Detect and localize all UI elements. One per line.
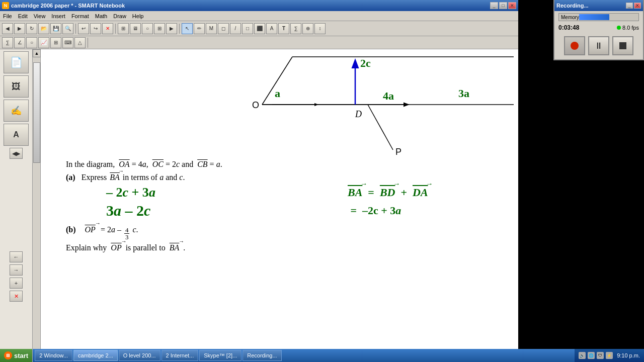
tray-icon-4[interactable]: ⚡: [606, 352, 613, 359]
graph-button[interactable]: 📈: [38, 37, 49, 48]
menu-file[interactable]: File: [0, 13, 15, 20]
recording-minimize[interactable]: _: [626, 3, 633, 9]
prev-page-btn[interactable]: ◀▶: [10, 148, 23, 159]
main-content: O A D P 2c a 4a 3a In the diagram, OA = …: [41, 49, 518, 361]
insert-table-button[interactable]: ⊞: [154, 23, 165, 34]
spotlight-button[interactable]: ○: [142, 23, 153, 34]
menu-insert[interactable]: Insert: [48, 13, 68, 20]
taskbar-item-3[interactable]: 2 Internet...: [162, 350, 199, 361]
taskbar-item-label-3: 2 Internet...: [166, 352, 194, 358]
delete-button[interactable]: ✕: [102, 23, 113, 34]
start-button[interactable]: ⊞ start: [0, 349, 33, 362]
menu-draw[interactable]: Draw: [110, 13, 129, 20]
taskbar-item-label-5: Recording...: [247, 352, 277, 358]
geometry-button[interactable]: △: [74, 37, 86, 48]
memory-label: Memory: [561, 15, 579, 20]
bottom-sidebar: ← → + ✕: [10, 251, 23, 302]
math-tool[interactable]: ∑: [290, 23, 301, 34]
answer-right-bottom: = –2c + 3a: [348, 204, 499, 217]
taskbar-item-2[interactable]: O level 200...: [119, 350, 160, 361]
save-button[interactable]: 💾: [50, 23, 61, 34]
close-btn[interactable]: ✕: [10, 291, 23, 302]
circle-button[interactable]: ○: [26, 37, 37, 48]
svg-text:3a: 3a: [458, 87, 469, 100]
part-b-question: (b) OP → = 2a – 4 3 c.: [51, 225, 514, 240]
refresh-button[interactable]: ↻: [26, 23, 37, 34]
fps-indicator: 8.0 fps: [617, 25, 639, 31]
print-preview-button[interactable]: 🔍: [62, 23, 73, 34]
menu-math[interactable]: Math: [92, 13, 110, 20]
answer-simplified: 3a – 2c: [66, 202, 150, 219]
forward-button[interactable]: ▶: [14, 23, 25, 34]
text-tool[interactable]: T: [278, 23, 289, 34]
image-btn[interactable]: 🖼: [4, 75, 29, 98]
recording-panel: Recording... _ ✕ Memory 0:03:48 8.0 fps …: [553, 0, 644, 60]
fps-value: 8.0 fps: [622, 25, 639, 31]
sum-button[interactable]: ∑: [2, 37, 13, 48]
stop-button[interactable]: [612, 36, 633, 55]
tray-icon-1[interactable]: 🔊: [579, 352, 586, 359]
zoom-in-btn[interactable]: +: [10, 278, 23, 289]
window-title: cambridge 2006 paper * - SMART Notebook: [11, 3, 125, 9]
menu-edit[interactable]: Edit: [15, 13, 31, 20]
calculator-button[interactable]: ⌨: [62, 37, 73, 48]
table-button[interactable]: ⊞: [50, 37, 61, 48]
separator-2: [115, 24, 116, 34]
vertical-scrollbar[interactable]: [33, 57, 41, 349]
record-button[interactable]: [564, 36, 585, 55]
svg-text:2c: 2c: [360, 57, 371, 69]
select-tool[interactable]: ↖: [182, 23, 193, 34]
scroll-up-button[interactable]: ▲: [33, 49, 41, 57]
menu-help[interactable]: Help: [129, 13, 147, 20]
line-tool[interactable]: /: [230, 23, 241, 34]
screen-shade-button[interactable]: 🖥: [130, 23, 141, 34]
zoom-button[interactable]: ⊕: [302, 23, 313, 34]
stop-icon: [619, 42, 626, 49]
separator-4: [88, 38, 88, 48]
toolbar-row2: ∑ ∠ ○ 📈 ⊞ ⌨ △: [0, 36, 518, 49]
recording-close[interactable]: ✕: [634, 3, 641, 9]
back-button[interactable]: ◀: [2, 23, 13, 34]
canvas[interactable]: O A D P 2c a 4a 3a In the diagram, OA = …: [41, 49, 518, 361]
pen-btn[interactable]: ✍: [4, 100, 29, 122]
maximize-button[interactable]: □: [499, 2, 507, 9]
screen-capture-button[interactable]: ⊞: [118, 23, 129, 34]
start-icon: ⊞: [4, 351, 12, 359]
tray-icon-3[interactable]: 🛡: [597, 352, 604, 359]
menu-format[interactable]: Format: [68, 13, 92, 20]
taskbar-item-4[interactable]: Skype™ [2]...: [199, 350, 242, 361]
left-arrow-btn[interactable]: ←: [10, 251, 23, 262]
timer-value: 0:03:48: [558, 24, 579, 31]
answer-left: – 2c + 3a: [66, 185, 155, 200]
close-button[interactable]: ✕: [508, 2, 516, 9]
title-bar-controls: _ □ ✕: [490, 2, 516, 9]
eraser-tool[interactable]: ◻: [218, 23, 229, 34]
record-icon: [571, 42, 579, 50]
pen-color-button[interactable]: A: [266, 23, 277, 34]
insert-video-button[interactable]: ▶: [166, 23, 177, 34]
scrollbar-thumb[interactable]: [33, 62, 40, 163]
recording-timer: 0:03:48: [558, 24, 579, 31]
minimize-button[interactable]: _: [490, 2, 498, 9]
separator-3: [179, 24, 180, 34]
move-button[interactable]: ↕: [314, 23, 326, 34]
redo-button[interactable]: ↪: [90, 23, 101, 34]
taskbar-item-1[interactable]: cambridge 2...: [73, 350, 118, 361]
pen-tool[interactable]: ✏: [194, 23, 205, 34]
menu-bar: File Edit View Insert Format Math Draw H…: [0, 11, 518, 21]
undo-button[interactable]: ↩: [78, 23, 89, 34]
highlighter-tool[interactable]: M: [206, 23, 217, 34]
pause-button[interactable]: ⏸: [588, 36, 609, 55]
taskbar-item-0[interactable]: 2 Window...: [35, 350, 72, 361]
shape-tool[interactable]: □: [242, 23, 253, 34]
text-btn[interactable]: A: [4, 124, 29, 146]
right-arrow-btn[interactable]: →: [10, 264, 23, 276]
page-thumbnail-btn[interactable]: 📄: [4, 51, 29, 73]
angle-button[interactable]: ∠: [14, 37, 25, 48]
taskbar-item-5[interactable]: Recording...: [243, 350, 281, 361]
menu-view[interactable]: View: [31, 13, 49, 20]
tray-icon-2[interactable]: 🌐: [588, 352, 595, 359]
open-button[interactable]: 📂: [38, 23, 49, 34]
recording-top-row: 0:03:48 8.0 fps: [556, 23, 641, 32]
fill-tool[interactable]: ⬛: [254, 23, 265, 34]
